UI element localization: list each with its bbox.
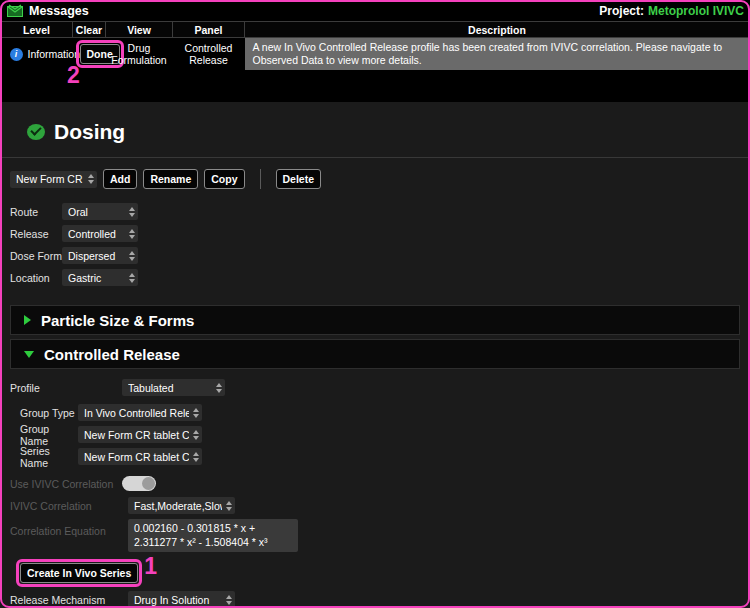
copy-button[interactable]: Copy	[204, 169, 244, 189]
dose-form-row: Dose Form Dispersed	[10, 247, 750, 264]
spinner-icon	[193, 452, 199, 462]
profile-row: Profile Tabulated	[10, 379, 750, 396]
group-type-dropdown[interactable]: In Vivo Controlled Release	[78, 404, 202, 421]
ivivc-correlation-row: IVIVC Correlation Fast,Moderate,Slow-LR2	[10, 497, 750, 514]
project-label: Project:	[599, 4, 644, 18]
info-icon: i	[10, 48, 23, 61]
column-header-description[interactable]: Description	[245, 22, 750, 38]
release-label: Release	[10, 228, 62, 240]
messages-title: Messages	[29, 4, 89, 18]
route-value: Oral	[68, 206, 125, 218]
release-value: Controlled	[68, 228, 125, 240]
correlation-equation-label: Correlation Equation	[10, 519, 118, 537]
spinner-icon	[226, 501, 232, 511]
series-name-row: Series Name New Form CR tablet Converted	[20, 448, 750, 465]
dosing-title: Dosing	[54, 120, 125, 144]
use-ivivc-toggle[interactable]	[122, 476, 156, 491]
correlation-equation-row: Correlation Equation 0.002160 - 0.301815…	[10, 519, 750, 552]
ivivc-correlation-value: Fast,Moderate,Slow-LR2	[134, 500, 222, 512]
ivivc-correlation-label: IVIVC Correlation	[10, 500, 118, 512]
group-name-row: Group Name New Form CR tablet Converted	[20, 426, 750, 443]
profile-value: Tabulated	[128, 382, 212, 394]
spinner-icon	[193, 430, 199, 440]
annotation-step2-number: 2	[67, 62, 80, 89]
dose-form-dropdown[interactable]: Dispersed	[62, 247, 138, 264]
group-type-value: In Vivo Controlled Release	[84, 407, 189, 419]
messages-panel: Messages Project:Metoprolol IVIVC Level …	[0, 0, 750, 102]
envelope-icon	[7, 4, 23, 17]
controlled-release-content: Profile Tabulated Group Type In Vivo Con…	[0, 379, 750, 608]
spinner-icon	[129, 207, 135, 217]
message-row: i Information Done Drug Formulation Cont…	[1, 38, 750, 71]
release-mechanism-row: Release Mechanism Drug In Solution	[10, 591, 750, 608]
series-name-label: Series Name	[20, 445, 78, 469]
annotation-box-step1: Create In Vivo Series	[16, 559, 142, 587]
annotation-step1-number: 1	[144, 553, 157, 580]
profile-label: Profile	[10, 382, 122, 394]
dose-form-label: Dose Form	[10, 250, 62, 262]
dosing-check-icon	[27, 124, 45, 140]
form-selector-value: New Form CR Tablet	[16, 173, 84, 185]
release-dropdown[interactable]: Controlled	[62, 225, 138, 242]
route-dropdown[interactable]: Oral	[62, 203, 138, 220]
column-header-view[interactable]: View	[106, 22, 173, 38]
message-description: A new In Vivo Controlled Release profile…	[245, 38, 750, 71]
route-row: Route Oral	[10, 203, 750, 220]
toolbar-divider	[260, 169, 261, 189]
spinner-icon	[129, 251, 135, 261]
message-level: Information	[28, 48, 81, 60]
project-name: Metoprolol IVIVC	[648, 4, 744, 18]
create-in-vivo-series-button[interactable]: Create In Vivo Series	[20, 563, 138, 583]
messages-table: Level Clear View Panel Description i Inf…	[0, 21, 750, 70]
divider	[0, 157, 750, 158]
profile-dropdown[interactable]: Tabulated	[122, 379, 225, 396]
messages-titlebar: Messages Project:Metoprolol IVIVC	[0, 0, 750, 21]
use-ivivc-row: Use IVIVC Correlation	[10, 475, 750, 492]
project-indicator: Project:Metoprolol IVIVC	[599, 4, 744, 18]
expanded-triangle-icon	[24, 351, 34, 358]
ivivc-correlation-dropdown[interactable]: Fast,Moderate,Slow-LR2	[128, 497, 235, 514]
correlation-equation-value: 0.002160 - 0.301815 * x + 2.311277 * x² …	[128, 519, 298, 552]
particle-size-section-header[interactable]: Particle Size & Forms	[10, 305, 740, 335]
spinner-icon	[226, 595, 232, 605]
group-type-label: Group Type	[20, 407, 78, 419]
spinner-icon	[88, 174, 94, 184]
spinner-icon	[129, 229, 135, 239]
column-header-panel[interactable]: Panel	[173, 22, 245, 38]
group-name-value: New Form CR tablet Converted	[84, 429, 189, 441]
series-name-dropdown[interactable]: New Form CR tablet Converted	[78, 448, 202, 465]
spinner-icon	[129, 273, 135, 283]
dose-form-value: Dispersed	[68, 250, 125, 262]
dosing-panel: Dosing New Form CR Tablet Add Rename Cop…	[0, 102, 750, 608]
release-mechanism-label: Release Mechanism	[10, 594, 118, 606]
rename-button[interactable]: Rename	[143, 169, 198, 189]
group-name-label: Group Name	[20, 423, 78, 447]
add-button[interactable]: Add	[103, 169, 137, 189]
spinner-icon	[216, 383, 222, 393]
dosing-toolbar: New Form CR Tablet Add Rename Copy Delet…	[10, 169, 740, 189]
column-header-clear[interactable]: Clear	[73, 22, 106, 38]
location-row: Location Gastric	[10, 269, 750, 286]
form-selector-dropdown[interactable]: New Form CR Tablet	[10, 171, 97, 188]
message-panel: Controlled Release	[173, 38, 245, 71]
release-mechanism-value: Drug In Solution	[134, 594, 222, 606]
series-name-value: New Form CR tablet Converted	[84, 451, 189, 463]
location-dropdown[interactable]: Gastric	[62, 269, 138, 286]
use-ivivc-label: Use IVIVC Correlation	[10, 478, 118, 490]
group-name-dropdown[interactable]: New Form CR tablet Converted	[78, 426, 202, 443]
collapsed-triangle-icon	[24, 315, 31, 325]
column-header-level[interactable]: Level	[1, 22, 73, 38]
controlled-release-title: Controlled Release	[44, 346, 180, 363]
release-mechanism-dropdown[interactable]: Drug In Solution	[128, 591, 235, 608]
location-label: Location	[10, 272, 62, 284]
controlled-release-section-header[interactable]: Controlled Release	[10, 339, 740, 369]
messages-header-row: Level Clear View Panel Description	[1, 22, 750, 38]
group-type-row: Group Type In Vivo Controlled Release	[20, 404, 750, 421]
route-label: Route	[10, 206, 62, 218]
delete-button[interactable]: Delete	[276, 169, 322, 189]
particle-size-title: Particle Size & Forms	[41, 312, 194, 329]
release-row: Release Controlled	[10, 225, 750, 242]
spinner-icon	[193, 408, 199, 418]
location-value: Gastric	[68, 272, 125, 284]
